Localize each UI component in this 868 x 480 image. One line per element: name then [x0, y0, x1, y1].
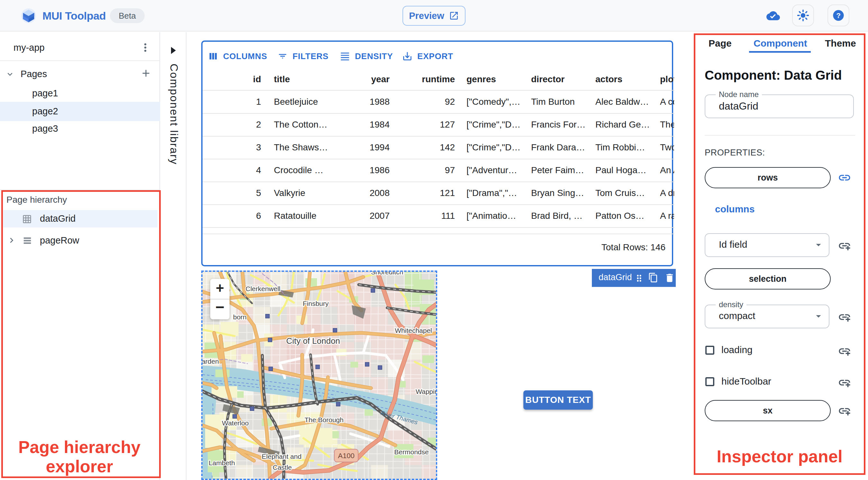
svg-text:born: born [233, 313, 247, 321]
svg-text:City of London: City of London [286, 336, 340, 346]
svg-text:A100: A100 [338, 452, 354, 460]
svg-text:Waterloo: Waterloo [222, 419, 248, 427]
svg-text:Lambeth: Lambeth [209, 459, 235, 467]
svg-text:Clerkenwell: Clerkenwell [246, 285, 281, 292]
svg-text:?: ? [836, 11, 841, 20]
svg-text:Whitechapel: Whitechapel [395, 327, 432, 334]
svg-text:Finsbury: Finsbury [303, 300, 329, 307]
svg-text:The Borough: The Borough [305, 416, 343, 423]
svg-text:arden: arden [203, 358, 219, 365]
svg-text:Castle: Castle [273, 463, 292, 471]
svg-text:Elephant and: Elephant and [262, 453, 302, 460]
svg-text:Wapping: Wapping [416, 388, 437, 395]
svg-text:Bermondse: Bermondse [394, 448, 429, 456]
svg-text:Shoreditch: Shoreditch [371, 272, 403, 276]
